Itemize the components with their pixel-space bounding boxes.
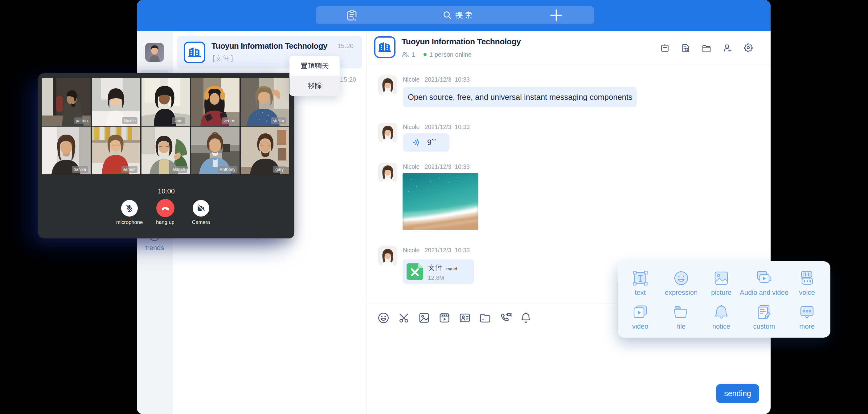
svg-text:aldrich: aldrich xyxy=(172,167,185,172)
svg-text:danika: danika xyxy=(73,167,86,172)
svg-text:venus: venus xyxy=(223,118,235,123)
svg-text:Anthony: Anthony xyxy=(219,167,235,172)
svg-text:zoie: zoie xyxy=(175,118,183,123)
svg-text:Nicole: Nicole xyxy=(124,118,136,123)
svg-text:ernest: ernest xyxy=(124,167,135,172)
svg-text:stellar: stellar xyxy=(273,118,284,123)
svg-text:patton: patton xyxy=(76,118,88,123)
svg-text:gary: gary xyxy=(275,167,284,172)
